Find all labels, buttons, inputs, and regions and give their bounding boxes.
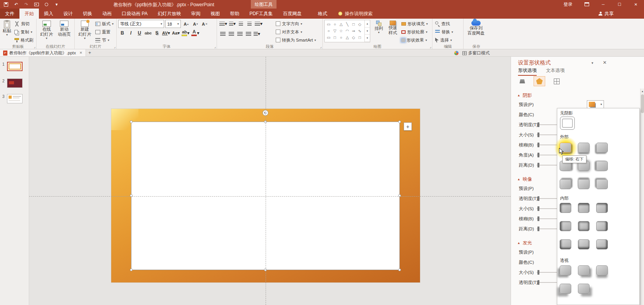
rotate-handle[interactable]: ↻ <box>262 110 268 116</box>
dialog-launcher-icon[interactable]: ⌟ <box>320 45 322 49</box>
find-button[interactable]: 查找 <box>434 20 454 28</box>
resize-handle-top-left[interactable] <box>130 120 133 123</box>
slider-thumb[interactable] <box>537 132 539 137</box>
online-slides-button[interactable]: 在线 幻灯片 ▾ <box>38 20 55 44</box>
slider-thumb[interactable] <box>537 206 539 211</box>
tab-animations[interactable]: 动画 <box>97 9 117 19</box>
chevron-down-icon[interactable]: ▾ <box>592 61 593 65</box>
tab-insert[interactable]: 插入 <box>39 9 58 19</box>
replace-button[interactable]: 替换 ▾ <box>434 28 454 36</box>
shape-glyph[interactable]: ∿ <box>357 28 363 34</box>
strikethrough-button[interactable]: abc <box>144 29 152 37</box>
arrange-button[interactable]: 排列 ▾ <box>372 20 385 44</box>
font-family-combo[interactable]: 等线 (正文) ▾ <box>118 20 164 28</box>
share-button[interactable]: 共享 <box>598 9 614 19</box>
touch-mode-icon[interactable] <box>44 2 49 7</box>
text-shadow-button[interactable]: S <box>153 29 161 37</box>
shadow-preset-perspective-lower-left[interactable] <box>560 284 571 294</box>
multi-window-mode-button[interactable]: 多窗口模式 <box>462 50 490 56</box>
shadow-preset-inside-top-right[interactable] <box>596 203 608 213</box>
gallery-scroll-up-icon[interactable]: ▴ <box>365 20 370 28</box>
tab-review[interactable]: 审阅 <box>186 9 205 19</box>
dialog-launcher-icon[interactable]: ⌟ <box>214 45 216 49</box>
copy-button[interactable]: 复制 ▾ <box>13 28 35 36</box>
shadow-preset-inside-bottom[interactable] <box>578 239 590 249</box>
new-slide-button[interactable]: 新建 幻灯片 ▾ <box>76 20 93 44</box>
fill-line-icon[interactable] <box>516 76 528 86</box>
plugin-icon[interactable] <box>454 51 458 55</box>
select-button[interactable]: 选择 ▾ <box>434 36 454 44</box>
no-shadow-preset[interactable] <box>560 117 575 130</box>
text-direction-button[interactable]: 文字方向 ▾ <box>275 20 317 28</box>
slide-thumbnail-3[interactable]: 3 <box>2 94 23 103</box>
shadow-preset-offset-bottom-left[interactable] <box>596 143 608 153</box>
resize-handle-bottom-right[interactable] <box>398 268 401 271</box>
shape-glyph[interactable]: ▭ <box>326 34 332 41</box>
close-button[interactable]: ✕ <box>628 0 644 9</box>
shape-glyph[interactable]: ▽ <box>332 28 338 34</box>
slider-thumb[interactable] <box>537 196 539 201</box>
tab-file[interactable]: 文件 <box>0 9 19 19</box>
tab-pocket-animation[interactable]: 口袋动画 PA <box>117 9 152 19</box>
layout-button[interactable]: 版式 ▾ <box>94 20 115 28</box>
slider-thumb[interactable] <box>537 270 539 275</box>
shape-outline-button[interactable]: 形状轮廓 ▾ <box>400 28 429 36</box>
resize-handle-top[interactable] <box>264 120 267 123</box>
bullets-button[interactable]: ▾ <box>219 20 228 28</box>
shrink-font-button[interactable]: A ▾ <box>191 20 200 28</box>
align-right-button[interactable] <box>236 30 244 38</box>
shape-glyph[interactable]: ◇ <box>350 34 357 41</box>
resize-handle-bottom-left[interactable] <box>130 268 133 271</box>
cut-button[interactable]: 剪切 <box>13 20 35 28</box>
tab-pdf-tools[interactable]: PDF工具集 <box>244 9 278 19</box>
resize-handle-top-right[interactable] <box>398 120 401 123</box>
tab-view[interactable]: 视图 <box>205 9 225 19</box>
new-document-tab-button[interactable]: + <box>86 50 94 56</box>
slide-3-preview[interactable] <box>7 94 23 103</box>
dialog-launcher-icon[interactable]: ⌟ <box>34 45 35 49</box>
shadow-preset-perspective-upper-left[interactable] <box>560 265 571 275</box>
shape-glyph[interactable]: ⇒ <box>350 28 357 34</box>
shadow-preset-inside-right[interactable] <box>596 221 608 231</box>
shape-glyph[interactable]: ◇ <box>357 21 363 28</box>
shadow-preset-inside-bottom-left[interactable] <box>560 239 571 249</box>
font-color-button[interactable]: A ▾ <box>191 29 200 37</box>
paste-button[interactable]: 粘贴 ▾ <box>2 20 12 44</box>
document-tab[interactable]: P 教你制作《ppt制作新入功能》.pptx ✕ <box>0 49 86 56</box>
highlight-color-button[interactable]: ab ▾ <box>181 29 190 37</box>
login-button[interactable]: 登录 <box>557 2 579 7</box>
shape-glyph[interactable]: □ <box>350 21 357 28</box>
align-text-button[interactable]: 对齐文本 ▾ <box>275 28 317 36</box>
shape-glyph[interactable]: ▭ <box>326 21 332 28</box>
shadow-preset-inside-bottom-right[interactable] <box>596 239 608 249</box>
gallery-scroll-down-icon[interactable]: ▾ <box>365 28 370 35</box>
decrease-indent-button[interactable] <box>237 20 245 28</box>
close-pane-icon[interactable]: ✕ <box>603 60 607 65</box>
customize-qat-icon[interactable]: ▾ <box>54 2 60 7</box>
save-to-baidu-button[interactable]: 保存到 百度网盘 <box>465 20 487 44</box>
tab-text-options[interactable]: 文本选项 <box>546 67 565 76</box>
scrollbar-thumb[interactable] <box>641 94 644 113</box>
shape-glyph[interactable]: □ <box>357 34 363 41</box>
shape-glyph[interactable]: ╲ <box>344 21 350 28</box>
resize-handle-bottom[interactable] <box>264 268 267 271</box>
save-icon[interactable] <box>3 2 9 7</box>
italic-button[interactable]: I <box>127 29 135 37</box>
shadow-preset-inside-top[interactable] <box>578 203 590 213</box>
shadow-preset-offset-bottom[interactable] <box>578 143 590 153</box>
add-placeholder-button[interactable]: + <box>404 122 412 131</box>
undo-icon[interactable]: ↶ <box>13 2 19 7</box>
shape-glyph[interactable]: ◠ <box>344 28 350 34</box>
new-animation-page-button[interactable]: 新动 动画页 <box>56 20 73 44</box>
shape-glyph[interactable]: ○ <box>338 34 344 41</box>
tab-format[interactable]: 格式 <box>313 9 332 19</box>
numbering-button[interactable]: ▾ <box>228 20 236 28</box>
underline-button[interactable]: U <box>135 29 144 37</box>
slider-thumb[interactable] <box>537 122 539 127</box>
reset-button[interactable]: 重置 <box>94 28 115 36</box>
shadow-preset-offset-top-right[interactable] <box>560 179 571 189</box>
grow-font-button[interactable]: A ▴ <box>182 20 190 28</box>
slider-thumb[interactable] <box>537 280 539 285</box>
clear-formatting-button[interactable]: A ✕ <box>201 20 209 28</box>
slider-thumb[interactable] <box>537 153 539 157</box>
